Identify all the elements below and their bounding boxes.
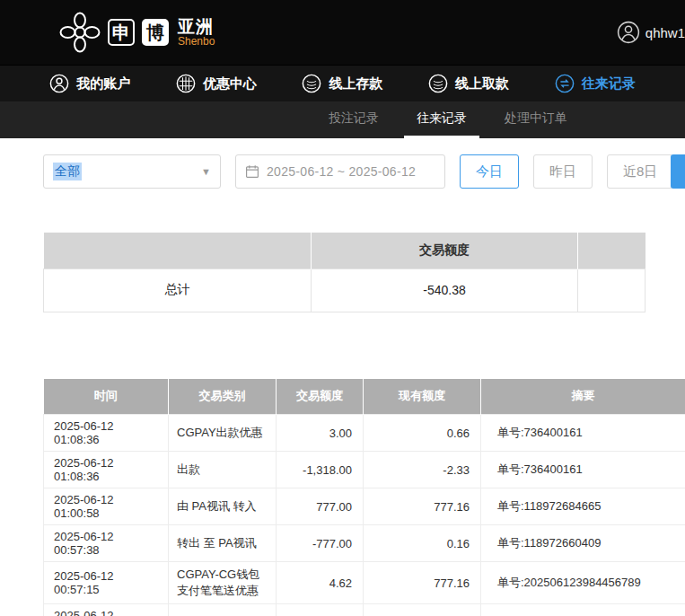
nav-item-transactions[interactable]: 往来记录	[549, 66, 641, 101]
logo-char-shen: 申	[108, 19, 135, 46]
transactions-table: 时间 交易类别 交易额度 现有额度 摘要 2025-06-12 01:08:36…	[43, 379, 685, 616]
calendar-icon	[245, 164, 259, 179]
table-cell: 2025-06-12 01:08:36	[44, 452, 169, 488]
table-cell: 2025-06-12 01:08:36	[44, 415, 169, 452]
table-cell: 777.00	[277, 488, 364, 525]
col-header-time: 时间	[44, 379, 169, 415]
table-cell: 单号:736400161	[481, 452, 685, 488]
col-header-balance: 现有额度	[364, 379, 481, 415]
table-cell: CGPAY出款优惠	[169, 415, 277, 452]
col-header-type: 交易类别	[169, 379, 277, 415]
promo-center-icon	[176, 74, 196, 93]
table-row: 2025-06-12 01:00:58由 PA视讯 转入777.00777.16…	[44, 488, 685, 525]
summary-total-empty	[578, 268, 645, 312]
table-row: 2025-06-12 01:08:36CGPAY出款优惠3.000.66单号:7…	[44, 415, 685, 452]
query-button[interactable]	[671, 154, 685, 189]
summary-total-row: 总计 -540.38	[44, 268, 645, 312]
summary-header-amount: 交易额度	[312, 233, 578, 268]
table-cell: 2025-06-12 00:57:15	[44, 562, 169, 604]
nav-item-withdraw[interactable]: 线上取款	[423, 66, 514, 101]
table-cell: 3.00	[277, 415, 364, 452]
table-cell: 777.16	[364, 562, 481, 604]
flower-logo-icon	[59, 12, 101, 53]
table-cell: 777.16	[364, 488, 481, 525]
filter-bar: 全部 ▼ 2025-06-12 ~ 2025-06-12 今日 昨日 近8日	[43, 146, 685, 197]
type-select-value: 全部	[53, 163, 82, 180]
table-row: 2025-06-12 00:57:38转出 至 PA视讯-777.000.16单…	[44, 525, 685, 562]
table-cell: 0.16	[364, 525, 481, 562]
table-cell: 2025-06-12 01:00:58	[44, 488, 169, 525]
today-button[interactable]: 今日	[460, 154, 519, 189]
withdraw-coin-icon	[428, 74, 448, 93]
table-cell: 单号:118972684665	[481, 488, 685, 525]
summary-header-empty	[578, 233, 645, 268]
table-cell: -777.00	[277, 525, 364, 562]
table-cell: 单号:202506123984456789	[481, 562, 685, 604]
sub-nav: 投注记录 往来记录 处理中订单	[0, 101, 685, 138]
last8days-button[interactable]: 近8日	[607, 154, 673, 189]
summary-header-empty	[44, 233, 312, 268]
top-header: 申 博 亚洲 Shenbo qhhw1	[0, 0, 685, 65]
table-cell: -1,318.00	[277, 452, 364, 488]
nav-item-promotions[interactable]: 优惠中心	[171, 66, 262, 101]
brand-logo[interactable]: 申 博 亚洲 Shenbo	[59, 12, 215, 53]
nav-item-label: 线上取款	[455, 75, 509, 92]
deposit-coin-icon	[302, 74, 321, 93]
main-nav: 我的账户 优惠中心 线上存款 线上取款	[0, 65, 685, 101]
table-cell: 2025-06-12 00:57:15	[44, 604, 169, 616]
account-person-icon	[49, 74, 69, 93]
type-select[interactable]: 全部 ▼	[43, 154, 221, 189]
table-cell: 770.00	[277, 604, 364, 616]
logo-text-block: 亚洲 Shenbo	[178, 18, 215, 48]
tab-betting-records[interactable]: 投注记录	[316, 101, 391, 138]
table-row: 2025-06-12 00:57:15CGPAY支付770.00772.54单号…	[44, 604, 685, 616]
nav-item-label: 优惠中心	[203, 75, 257, 92]
user-avatar-icon	[617, 21, 640, 44]
summary-total-label: 总计	[44, 268, 312, 312]
user-account-area[interactable]: qhhw1	[617, 0, 685, 65]
table-row: 2025-06-12 01:08:36出款-1,318.00-2.33单号:73…	[44, 452, 685, 488]
username-text: qhhw1	[645, 25, 685, 40]
table-cell: 单号:736400161	[481, 415, 685, 452]
transfer-record-icon	[555, 74, 575, 93]
summary-table: 交易额度 总计 -540.38	[43, 233, 645, 312]
transactions-header-row: 时间 交易类别 交易额度 现有额度 摘要	[44, 379, 685, 415]
nav-item-deposit[interactable]: 线上存款	[296, 66, 388, 101]
date-range-value: 2025-06-12 ~ 2025-06-12	[267, 164, 416, 179]
col-header-summary: 摘要	[481, 379, 685, 415]
summary-header-row: 交易额度	[44, 233, 645, 268]
table-cell: 单号:118972660409	[481, 525, 685, 562]
yesterday-button[interactable]: 昨日	[533, 154, 593, 189]
chevron-down-icon: ▼	[201, 166, 211, 177]
col-header-amount: 交易额度	[277, 379, 364, 415]
table-cell: 2025-06-12 00:57:38	[44, 525, 169, 562]
tab-pending-orders[interactable]: 处理中订单	[492, 101, 580, 138]
table-cell: 4.62	[277, 562, 364, 604]
logo-region-text: 亚洲	[178, 18, 215, 36]
table-cell: -2.33	[364, 452, 481, 488]
table-row: 2025-06-12 00:57:15CGPAY-CG钱包支付笔笔送优惠4.62…	[44, 562, 685, 604]
table-cell: 由 PA视讯 转入	[169, 488, 277, 525]
logo-char-bo: 博	[142, 19, 169, 46]
nav-item-label: 我的账户	[76, 75, 130, 92]
table-cell: 出款	[169, 452, 277, 488]
nav-item-label: 往来记录	[582, 75, 636, 92]
table-cell: CGPAY支付	[169, 604, 277, 616]
summary-total-value: -540.38	[312, 268, 578, 312]
table-cell: 单号:202506123984456789	[481, 604, 685, 616]
nav-item-my-account[interactable]: 我的账户	[44, 66, 136, 101]
table-cell: CGPAY-CG钱包支付笔笔送优惠	[169, 562, 277, 604]
logo-brand-text: Shenbo	[178, 36, 215, 48]
table-cell: 转出 至 PA视讯	[169, 525, 277, 562]
tab-transaction-records[interactable]: 往来记录	[404, 101, 479, 138]
table-cell: 0.66	[364, 415, 481, 452]
nav-item-label: 线上存款	[329, 75, 382, 92]
transactions-body: 2025-06-12 01:08:36CGPAY出款优惠3.000.66单号:7…	[44, 415, 685, 616]
date-range-input[interactable]: 2025-06-12 ~ 2025-06-12	[235, 154, 445, 189]
table-cell: 772.54	[364, 604, 481, 616]
